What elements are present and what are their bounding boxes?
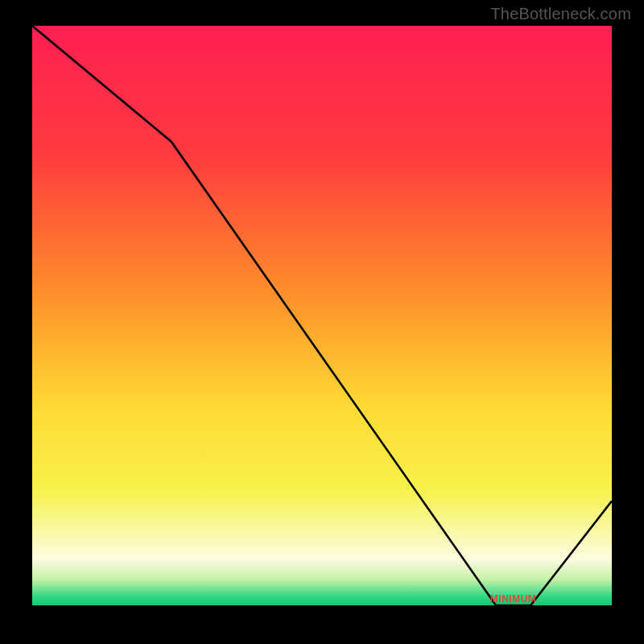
chart-frame: TheBottleneck.com MINIMUM xyxy=(0,0,644,644)
plot-area: MINIMUM xyxy=(32,26,612,605)
watermark-label: TheBottleneck.com xyxy=(490,5,631,23)
gradient-background xyxy=(32,26,612,605)
gradient-line-chart xyxy=(32,26,612,605)
minimum-annotation: MINIMUM xyxy=(490,593,537,605)
